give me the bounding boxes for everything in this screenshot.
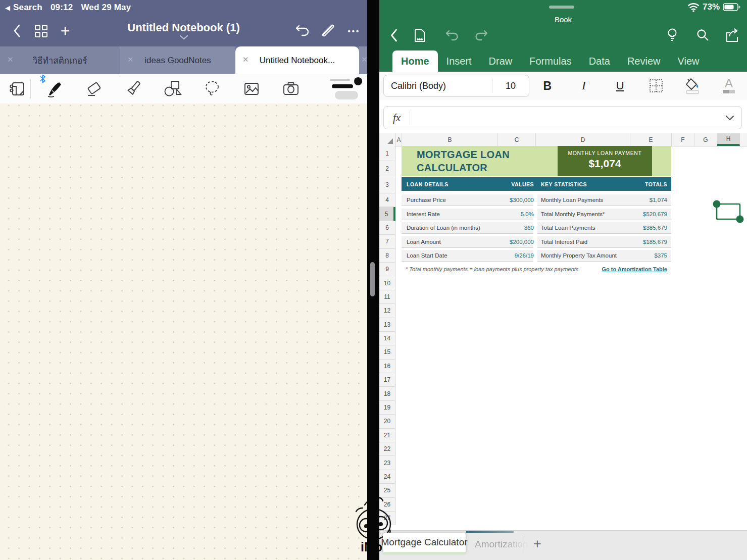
notebook-tab-partial[interactable] bbox=[359, 46, 367, 74]
notebook-tab[interactable]: วิธีทำสติกเกอร์ bbox=[0, 46, 120, 74]
row-header[interactable]: 13 bbox=[379, 318, 395, 332]
horizontal-scrollbar[interactable] bbox=[466, 531, 514, 533]
pen-disabled-icon[interactable] bbox=[318, 21, 337, 40]
row-header[interactable]: 20 bbox=[379, 415, 395, 428]
row-header[interactable]: 15 bbox=[379, 345, 395, 359]
row-header[interactable]: 8 bbox=[379, 249, 395, 263]
column-header[interactable]: B bbox=[402, 133, 498, 146]
italic-button[interactable]: I bbox=[566, 74, 602, 97]
monthly-payment-box[interactable]: MONTHLY LOAN PAYMENT $1,074 bbox=[558, 146, 652, 176]
back-chevron-icon[interactable] bbox=[384, 26, 403, 44]
table-row[interactable]: Loan Start Date 9/26/19 Monthly Property… bbox=[402, 249, 671, 263]
font-size-selector[interactable]: 10 bbox=[492, 79, 529, 93]
close-tab-icon[interactable] bbox=[361, 55, 367, 64]
row-header[interactable]: 14 bbox=[379, 332, 395, 345]
tell-me-lightbulb-icon[interactable] bbox=[663, 26, 681, 44]
ribbon-tab-draw[interactable]: Draw bbox=[480, 50, 521, 72]
back-to-app-label[interactable]: Search bbox=[13, 3, 42, 13]
column-header[interactable]: D bbox=[536, 133, 630, 146]
row-header[interactable]: 9 bbox=[379, 263, 395, 276]
row-header[interactable]: 11 bbox=[379, 290, 395, 304]
search-icon[interactable] bbox=[693, 26, 712, 44]
selected-cell-h5[interactable] bbox=[706, 195, 747, 227]
row-header[interactable]: 23 bbox=[379, 456, 395, 470]
borders-button[interactable] bbox=[638, 74, 674, 97]
table-row[interactable]: Loan Amount $200,000 Total Interest Paid… bbox=[402, 235, 671, 249]
row-header[interactable]: 17 bbox=[379, 373, 395, 387]
bold-button[interactable]: B bbox=[529, 74, 566, 97]
column-header[interactable]: H bbox=[717, 133, 740, 146]
row-header[interactable]: 2 bbox=[379, 161, 395, 176]
column-header[interactable]: A bbox=[396, 133, 402, 146]
row-header[interactable]: 22 bbox=[379, 442, 395, 456]
ribbon-tab-insert[interactable]: Insert bbox=[438, 50, 480, 72]
font-name-selector[interactable]: Calibri (Body) bbox=[384, 81, 492, 91]
notebook-tab[interactable]: ideas GoodNotes bbox=[120, 46, 235, 74]
column-header[interactable] bbox=[740, 133, 747, 146]
lasso-icon[interactable] bbox=[202, 78, 223, 99]
column-header[interactable]: C bbox=[498, 133, 536, 146]
battery-icon bbox=[723, 2, 741, 12]
highlighter-icon[interactable] bbox=[123, 78, 144, 99]
redo-icon[interactable] bbox=[472, 26, 490, 44]
row-header[interactable]: 19 bbox=[379, 401, 395, 415]
share-icon[interactable] bbox=[723, 26, 741, 44]
row-header[interactable]: 5 bbox=[379, 207, 395, 221]
row-header[interactable]: 3 bbox=[379, 176, 395, 193]
notebook-tab-active[interactable]: Untitled Notebook... bbox=[235, 46, 359, 74]
expand-formula-chevron-icon[interactable] bbox=[725, 115, 741, 121]
notebook-canvas[interactable] bbox=[0, 104, 367, 560]
undo-icon[interactable] bbox=[443, 26, 461, 44]
add-sheet-button[interactable]: + bbox=[529, 534, 546, 554]
row-header[interactable]: 18 bbox=[379, 387, 395, 400]
close-tab-icon[interactable] bbox=[127, 55, 134, 64]
shapes-icon[interactable] bbox=[162, 78, 183, 99]
row-header[interactable]: 16 bbox=[379, 360, 395, 373]
ribbon-tab-data[interactable]: Data bbox=[580, 50, 619, 72]
ribbon-tab-view[interactable]: View bbox=[669, 50, 708, 72]
spreadsheet-grid[interactable]: ABCDEFGH 1234567891011121314151617181920… bbox=[379, 133, 747, 530]
row-header[interactable]: 10 bbox=[379, 276, 395, 290]
camera-icon[interactable] bbox=[280, 78, 302, 99]
row-header[interactable]: 12 bbox=[379, 304, 395, 318]
row-header[interactable]: 1 bbox=[379, 146, 395, 161]
file-actions-icon[interactable] bbox=[411, 26, 429, 44]
ribbon-tab-home[interactable]: Home bbox=[392, 50, 438, 72]
table-row[interactable]: Purchase Price $300,000 Monthly Loan Pay… bbox=[402, 193, 671, 208]
eraser-icon[interactable] bbox=[83, 78, 105, 99]
pen-tool-icon[interactable] bbox=[44, 78, 65, 99]
window-drag-handle[interactable] bbox=[549, 6, 574, 9]
loan-table-header[interactable]: LOAN DETAILS VALUES KEY STATISTICS TOTAL… bbox=[402, 177, 671, 191]
row-header[interactable]: 7 bbox=[379, 235, 395, 248]
underline-button[interactable]: U bbox=[602, 74, 638, 97]
select-all-corner[interactable] bbox=[379, 133, 396, 146]
table-row[interactable]: Interest Rate 5.0% Total Monthly Payment… bbox=[402, 208, 671, 222]
pen-thickness-preview[interactable] bbox=[329, 77, 363, 100]
sheet-title-banner[interactable]: MORTGAGE LOAN CALCULATOR MONTHLY LOAN PA… bbox=[402, 146, 671, 176]
undo-icon[interactable] bbox=[293, 21, 312, 40]
column-header[interactable]: G bbox=[694, 133, 717, 146]
splitview-resize-handle[interactable] bbox=[370, 262, 375, 296]
ribbon-tab-formulas[interactable]: Formulas bbox=[521, 50, 580, 72]
sheet-tab-mortgage-calculator[interactable]: Mortgage Calculator bbox=[383, 533, 466, 552]
row-header[interactable]: 6 bbox=[379, 221, 395, 235]
close-tab-icon[interactable] bbox=[242, 55, 249, 64]
column-header[interactable]: F bbox=[672, 133, 694, 146]
sheet-tab-amortization[interactable]: Amortization bbox=[475, 539, 528, 550]
row-header[interactable]: 21 bbox=[379, 429, 395, 442]
more-options-icon[interactable]: ••• bbox=[344, 21, 364, 40]
font-color-button[interactable]: A bbox=[711, 74, 747, 97]
fill-color-button[interactable] bbox=[674, 74, 711, 97]
image-icon[interactable] bbox=[241, 78, 262, 99]
read-mode-icon[interactable] bbox=[7, 78, 28, 99]
go-to-amortization-link[interactable]: Go to Amortization Table bbox=[602, 266, 667, 272]
back-to-app-icon[interactable]: ◀ bbox=[5, 4, 10, 12]
table-row[interactable]: Duration of Loan (in months) 360 Total L… bbox=[402, 221, 671, 235]
formula-bar[interactable]: fx bbox=[383, 106, 742, 129]
close-tab-icon[interactable] bbox=[7, 55, 14, 64]
ribbon-tab-review[interactable]: Review bbox=[619, 50, 669, 72]
column-header[interactable]: E bbox=[630, 133, 672, 146]
row-header[interactable]: 24 bbox=[379, 470, 395, 484]
row-header[interactable]: 4 bbox=[379, 193, 395, 207]
workbook-title[interactable]: Book bbox=[379, 15, 747, 24]
